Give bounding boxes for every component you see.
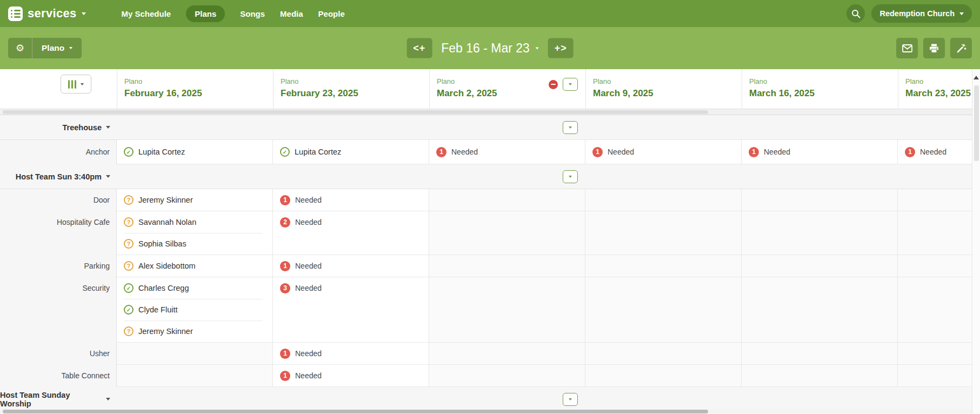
schedule-cell-empty[interactable] xyxy=(742,211,898,255)
organization-switcher[interactable]: Redemption Church xyxy=(871,4,972,23)
search-button[interactable] xyxy=(846,4,865,23)
plan-column-date-link[interactable]: February 23, 2025 xyxy=(281,88,429,99)
plan-column-date-link[interactable]: February 16, 2025 xyxy=(124,88,273,99)
schedule-cell-empty[interactable] xyxy=(429,365,585,387)
schedule-cell-empty[interactable] xyxy=(585,189,742,211)
position-row-usher: Usher 1Needed xyxy=(0,343,980,365)
schedule-cell-empty[interactable] xyxy=(742,343,898,365)
nav-item-my-schedule[interactable]: My Schedule xyxy=(122,5,171,22)
plan-column-actions xyxy=(549,78,578,91)
plan-dropdown-button[interactable]: Plano xyxy=(32,38,82,58)
group-row-host-team-sun-340pm: Host Team Sun 3:40pm xyxy=(0,164,980,189)
email-button[interactable] xyxy=(896,38,918,58)
nav-item-songs[interactable]: Songs xyxy=(240,5,265,22)
schedule-cell-empty[interactable] xyxy=(742,277,898,343)
date-range-selector[interactable]: Feb 16 - Mar 23 xyxy=(441,41,539,56)
plan-column-date-link[interactable]: March 23, 2025 xyxy=(905,88,980,99)
brand-chevron-down-icon[interactable] xyxy=(82,12,86,15)
schedule-cell-empty[interactable] xyxy=(585,255,742,277)
person-name[interactable]: Alex Sidebottom xyxy=(138,262,196,270)
scrollbar-thumb[interactable] xyxy=(974,85,979,161)
schedule-cell-empty[interactable] xyxy=(585,211,742,255)
settings-button[interactable]: ⚙ xyxy=(8,38,32,58)
brand-wordmark: services xyxy=(28,6,77,21)
schedule-cell-empty[interactable] xyxy=(429,277,585,343)
schedule-cell-empty[interactable] xyxy=(898,255,980,277)
schedule-cell[interactable]: 3Needed xyxy=(273,277,429,343)
columns-options-button[interactable] xyxy=(61,75,91,94)
nav-item-plans[interactable]: Plans xyxy=(186,5,225,22)
schedule-cell[interactable]: Alex Sidebottom xyxy=(117,255,273,277)
scrollbar-thumb[interactable] xyxy=(3,410,708,413)
schedule-cell[interactable]: Lupita Cortez xyxy=(117,140,273,164)
print-button[interactable] xyxy=(923,38,945,58)
schedule-cell[interactable]: Jeremy Skinner xyxy=(117,189,273,211)
matrix-horizontal-scrollbar-top[interactable] xyxy=(0,109,980,115)
position-row-parking: Parking Alex Sidebottom 1Needed xyxy=(0,255,980,277)
matrix-horizontal-scrollbar-bottom[interactable] xyxy=(0,409,972,414)
person-name[interactable]: Jeremy Skinner xyxy=(138,196,193,204)
schedule-cell[interactable]: 1Needed xyxy=(273,189,429,211)
schedule-cell[interactable]: 1Needed xyxy=(273,255,429,277)
schedule-cell[interactable]: 1Needed xyxy=(273,343,429,365)
schedule-cell[interactable]: Charles Cregg Clyde Fluitt Jeremy Skinne… xyxy=(117,277,273,343)
nav-item-people[interactable]: People xyxy=(318,5,345,22)
schedule-cell[interactable]: 1Needed xyxy=(898,140,980,164)
schedule-cell-empty[interactable] xyxy=(898,343,980,365)
group-dropdown-button[interactable] xyxy=(563,170,578,183)
group-toggle-treehouse[interactable]: Treehouse xyxy=(0,123,117,132)
group-dropdown-button[interactable] xyxy=(563,121,578,134)
group-toggle-host-team-sun-340pm[interactable]: Host Team Sun 3:40pm xyxy=(0,172,117,181)
schedule-cell-empty[interactable] xyxy=(429,255,585,277)
schedule-cell[interactable]: 1Needed xyxy=(742,140,898,164)
magic-wand-button[interactable] xyxy=(950,38,972,58)
needed-count-badge: 1 xyxy=(749,147,759,157)
plan-column-date-link[interactable]: March 16, 2025 xyxy=(749,88,898,99)
schedule-cell-empty[interactable] xyxy=(429,343,585,365)
add-next-plans-button[interactable]: +> xyxy=(548,38,574,58)
schedule-cell-empty[interactable] xyxy=(742,189,898,211)
schedule-cell-empty[interactable] xyxy=(898,211,980,255)
schedule-cell-empty[interactable] xyxy=(742,365,898,387)
nav-item-media[interactable]: Media xyxy=(280,5,303,22)
group-collapse-icon xyxy=(106,175,110,178)
schedule-cell-empty[interactable] xyxy=(585,343,742,365)
person-name[interactable]: Lupita Cortez xyxy=(295,148,341,156)
schedule-cell[interactable]: 1Needed xyxy=(429,140,585,164)
schedule-cell-empty[interactable] xyxy=(429,211,585,255)
schedule-cell-empty[interactable] xyxy=(898,365,980,387)
schedule-cell[interactable]: 2Needed xyxy=(273,211,429,255)
person-name[interactable]: Jeremy Skinner xyxy=(138,327,193,336)
schedule-cell-empty[interactable] xyxy=(429,189,585,211)
pending-status-icon xyxy=(124,239,134,249)
person-name[interactable]: Lupita Cortez xyxy=(138,148,185,156)
plan-column-date-link[interactable]: March 9, 2025 xyxy=(593,88,742,99)
scrollbar-thumb[interactable] xyxy=(3,110,708,114)
services-brand[interactable]: services xyxy=(8,6,86,21)
columns-icon xyxy=(68,80,76,89)
schedule-cell-empty[interactable] xyxy=(898,277,980,343)
plan-column-dropdown-button[interactable] xyxy=(563,78,578,91)
person-name[interactable]: Charles Cregg xyxy=(138,284,189,292)
schedule-cell-empty[interactable] xyxy=(898,189,980,211)
schedule-cell[interactable]: 1Needed xyxy=(273,365,429,387)
person-name[interactable]: Clyde Fluitt xyxy=(138,305,178,314)
schedule-cell-empty[interactable] xyxy=(117,343,273,365)
search-icon xyxy=(851,9,861,18)
schedule-cell[interactable]: Lupita Cortez xyxy=(273,140,429,164)
schedule-cell[interactable]: 1Needed xyxy=(585,140,742,164)
scroll-up-arrow-icon[interactable] xyxy=(974,76,979,79)
add-previous-plans-button[interactable]: <+ xyxy=(406,38,432,58)
schedule-cell-empty[interactable] xyxy=(585,277,742,343)
schedule-cell-empty[interactable] xyxy=(117,365,273,387)
person-name[interactable]: Sophia Silbas xyxy=(138,239,186,248)
person-name[interactable]: Savannah Nolan xyxy=(138,218,196,226)
schedule-cell[interactable]: Savannah Nolan Sophia Silbas xyxy=(117,211,273,255)
group-dropdown-button[interactable] xyxy=(563,393,578,406)
schedule-cell-empty[interactable] xyxy=(585,365,742,387)
remove-plan-icon[interactable] xyxy=(549,80,558,89)
printer-icon xyxy=(929,44,939,53)
schedule-cell-empty[interactable] xyxy=(742,255,898,277)
group-toggle-host-team-sunday-worship[interactable]: Host Team Sunday Worship xyxy=(0,391,117,408)
matrix-vertical-scrollbar[interactable] xyxy=(972,69,980,414)
